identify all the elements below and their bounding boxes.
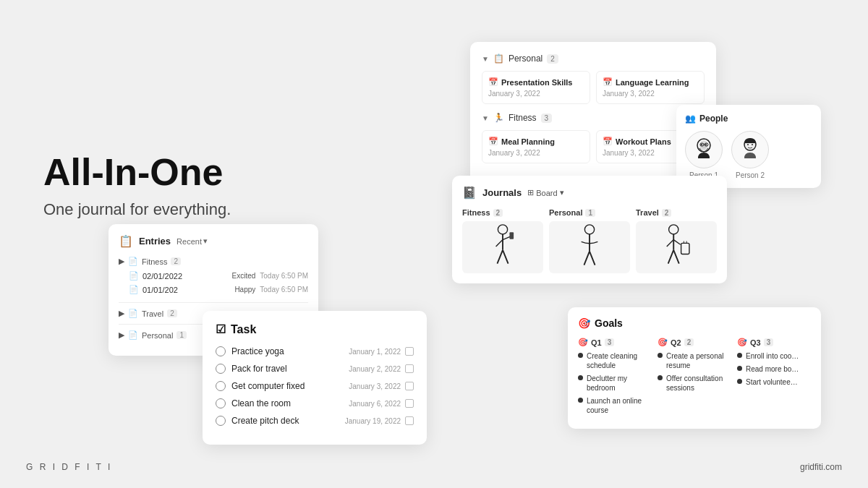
task-date: January 1, 2022	[349, 348, 401, 356]
task-row: Get computer fixed January 3, 2022	[216, 381, 414, 391]
item-icon: 📅	[603, 77, 613, 87]
personal-section-header: ▼ 📋 Personal 2	[482, 53, 705, 64]
task-row-left: Create pitch deck	[216, 416, 299, 426]
fitness-icon: 📄	[128, 257, 138, 266]
goal-item: Declutter my bedroom	[578, 374, 652, 393]
goal-dot	[658, 353, 663, 358]
task-name: Get computer fixed	[231, 381, 305, 391]
task-circle[interactable]	[216, 364, 226, 374]
svg-line-25	[668, 250, 674, 264]
svg-point-2	[701, 144, 702, 145]
mood-badge-2: Happy	[234, 286, 255, 294]
svg-rect-27	[681, 243, 689, 254]
svg-point-17	[584, 225, 594, 234]
goal-item: Create a personal resume	[658, 351, 731, 370]
card-task: ☑ Task Practice yoga January 1, 2022 Pac…	[203, 311, 427, 445]
journal-col-header: Fitness 2	[462, 208, 543, 217]
svg-point-3	[705, 144, 707, 145]
journal-col-label: Fitness	[462, 208, 490, 217]
item-title: 📅 Presentation Skills	[488, 77, 584, 87]
item-icon: 📅	[488, 77, 498, 87]
task-name: Practice yoga	[231, 346, 284, 356]
svg-line-14	[497, 250, 503, 264]
goal-col-label: Q3	[750, 338, 761, 347]
fitness-section-header: ▼ 🏃 Fitness 3	[482, 113, 705, 123]
entry-row-right: Happy Today 6:50 PM	[234, 286, 308, 294]
personal-group-badge: 1	[176, 331, 187, 339]
journals-icon: 📓	[462, 186, 477, 200]
goal-col-label: Q1	[591, 338, 602, 347]
task-row: Create pitch deck January 19, 2022	[216, 416, 414, 426]
goal-item: Read more bo…	[737, 364, 811, 374]
task-row-left: Pack for travel	[216, 364, 287, 374]
item-icon: 📅	[488, 137, 498, 146]
journal-col-header: Travel 2	[636, 208, 717, 217]
item-presentation-skills: 📅 Presentation Skills January 3, 2022	[482, 71, 590, 104]
task-row-right: January 2, 2022	[349, 364, 414, 373]
task-title: Task	[231, 323, 256, 336]
task-date: January 19, 2022	[345, 417, 401, 425]
task-circle[interactable]	[216, 416, 226, 426]
goal-col-badge: 3	[605, 338, 615, 346]
task-header: ☑ Task	[216, 322, 414, 336]
item-date: January 3, 2022	[488, 149, 584, 157]
task-rows-container: Practice yoga January 1, 2022 Pack for t…	[216, 346, 414, 426]
hero-title: All-In-One	[43, 152, 231, 193]
task-checkbox[interactable]	[405, 382, 414, 390]
journal-col-label: Travel	[636, 208, 659, 217]
goal-col-label: Q2	[671, 338, 681, 347]
goal-item-label: Declutter my bedroom	[587, 374, 652, 393]
goal-item-label: Launch an online course	[587, 396, 652, 415]
task-circle[interactable]	[216, 381, 226, 391]
goal-col-icon: 🎯	[578, 338, 588, 347]
journals-view[interactable]: ⊞ Board ▾	[527, 188, 563, 197]
entry-row-right: Excited Today 6:50 PM	[231, 272, 308, 280]
task-name: Pack for travel	[231, 364, 287, 374]
svg-point-21	[669, 225, 678, 234]
journal-img-box	[462, 221, 543, 273]
fitness-label: Fitness	[509, 113, 537, 123]
entries-filter[interactable]: Recent ▾	[176, 236, 208, 246]
hero-subtitle: One journal for everything.	[43, 200, 231, 219]
chevron-down-icon: ▾	[560, 188, 564, 197]
brand-right: gridfiti.com	[800, 462, 842, 472]
brand-left: G R I D F I T I	[26, 462, 112, 472]
task-circle[interactable]	[216, 398, 226, 408]
task-row-left: Get computer fixed	[216, 381, 305, 391]
travel-group-badge: 2	[167, 309, 177, 317]
goal-col-q2: 🎯 Q2 2 Create a personal resume Offer co…	[658, 338, 731, 419]
journal-col-badge: 2	[493, 209, 503, 217]
journal-col-travel: Travel 2	[636, 208, 717, 273]
avatar-col-1: Person 1	[685, 131, 723, 179]
svg-point-9	[752, 144, 753, 145]
goal-item: Enroll into coo…	[737, 351, 811, 361]
entry-date-2: 01/01/202	[142, 286, 178, 294]
task-checkbox[interactable]	[405, 416, 414, 425]
task-row-right: January 6, 2022	[349, 399, 414, 408]
journal-col-header: Personal 1	[549, 208, 630, 217]
task-checkbox[interactable]	[405, 364, 414, 373]
chevron-down-icon: ▾	[203, 236, 208, 246]
task-row-right: January 3, 2022	[349, 382, 414, 390]
personal-icon: 📄	[128, 330, 138, 340]
task-circle[interactable]	[216, 346, 226, 356]
goal-item: Start voluntee…	[737, 377, 811, 387]
travel-icon: 📄	[128, 309, 138, 318]
card-goals: 🎯 Goals 🎯 Q1 3 Create cleaning schedule …	[568, 307, 821, 429]
svg-line-24	[673, 240, 680, 245]
journals-title: Journals	[482, 187, 522, 198]
task-icon: ☑	[216, 322, 226, 336]
task-checkbox[interactable]	[405, 347, 414, 356]
goal-col-icon: 🎯	[658, 338, 668, 347]
task-checkbox[interactable]	[405, 399, 414, 408]
goal-dot	[578, 353, 583, 358]
fitness-group-badge: 2	[171, 257, 181, 265]
fitness-group-header: ▶ 📄 Fitness 2	[119, 257, 308, 266]
journal-col-badge: 1	[585, 209, 595, 217]
fitness-items-grid: 📅 Meal Planning January 3, 2022 📅 Workou…	[482, 130, 705, 163]
goal-item-label: Create a personal resume	[666, 351, 731, 370]
board-icon: ⊞	[527, 188, 534, 197]
person2-avatar-svg	[734, 134, 766, 166]
arrow-icon: ▼	[482, 55, 489, 63]
mood-badge-1: Excited	[231, 272, 255, 280]
